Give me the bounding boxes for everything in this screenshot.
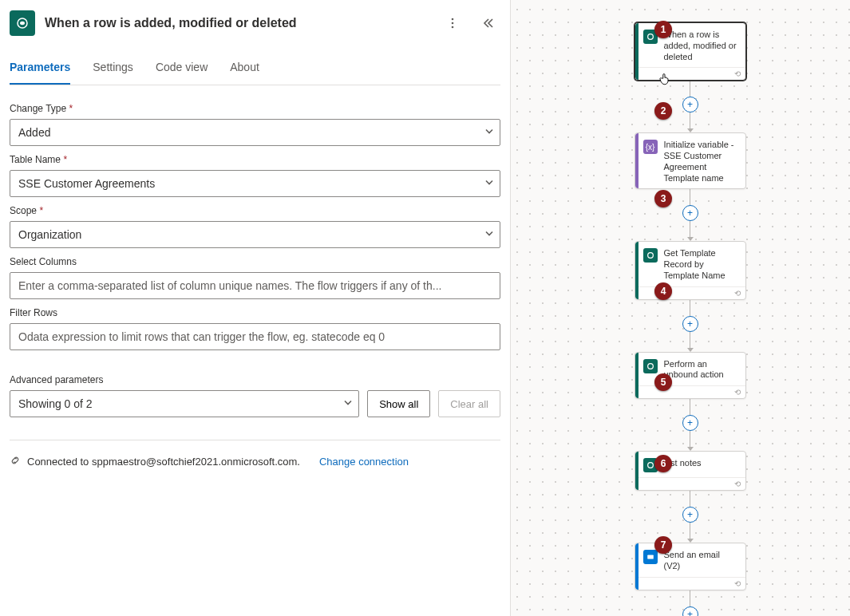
- annotation-badge: 4: [654, 282, 672, 300]
- add-step-button[interactable]: +: [682, 316, 698, 332]
- svg-rect-7: [647, 555, 654, 559]
- flow-node-list-notes[interactable]: List notes ⟲: [635, 451, 746, 491]
- flow-canvas[interactable]: When a row is added, modified or deleted…: [511, 0, 850, 616]
- node-label: Send an email (V2): [664, 550, 739, 572]
- table-name-label: Table Name *: [10, 154, 500, 165]
- outlook-icon: [643, 550, 658, 564]
- svg-point-4: [647, 253, 653, 259]
- add-step-button[interactable]: +: [682, 205, 698, 221]
- annotation-badge: 7: [654, 536, 672, 554]
- collapse-panel-button[interactable]: [475, 10, 500, 36]
- change-connection-link[interactable]: Change connection: [319, 456, 409, 468]
- link-icon: ⟲: [734, 388, 741, 397]
- add-step-button[interactable]: +: [682, 415, 698, 431]
- connection-text: Connected to sppmaestro@softchief2021.on…: [27, 456, 300, 468]
- scope-label: Scope *: [10, 205, 500, 216]
- flow-node-unbound-action[interactable]: Perform an unbound action ⟲: [635, 352, 746, 400]
- flow-node-trigger[interactable]: When a row is added, modified or deleted…: [635, 22, 746, 81]
- config-panel: When a row is added, modified or deleted…: [0, 0, 511, 616]
- panel-title: When a row is added, modified or deleted: [45, 16, 430, 30]
- advanced-select[interactable]: Showing 0 of 2: [10, 390, 359, 417]
- svg-point-0: [452, 18, 454, 21]
- show-all-button[interactable]: Show all: [367, 390, 430, 417]
- link-icon: ⟲: [734, 579, 741, 588]
- link-icon: ⟲: [734, 69, 741, 78]
- clear-all-button: Clear all: [438, 390, 500, 417]
- dataverse-icon: [643, 359, 658, 373]
- select-columns-input[interactable]: [10, 272, 500, 299]
- change-type-label: Change Type *: [10, 103, 500, 114]
- variable-icon: {x}: [643, 140, 658, 154]
- add-step-button[interactable]: +: [682, 507, 698, 523]
- add-step-button[interactable]: +: [682, 97, 698, 113]
- flow-node-init-variable[interactable]: {x} Initialize variable - SSE Customer A…: [635, 132, 746, 189]
- table-name-select[interactable]: SSE Customer Agreements: [10, 170, 500, 197]
- link-icon: [10, 455, 21, 468]
- annotation-badge: 3: [654, 190, 672, 207]
- svg-point-1: [452, 22, 454, 25]
- tab-settings[interactable]: Settings: [93, 53, 133, 85]
- add-step-button[interactable]: +: [682, 606, 698, 617]
- flow-column: When a row is added, modified or deleted…: [611, 22, 770, 616]
- node-label: Perform an unbound action: [664, 359, 739, 381]
- svg-point-3: [647, 34, 653, 40]
- tab-codeview[interactable]: Code view: [156, 53, 208, 85]
- more-menu-button[interactable]: [440, 10, 465, 36]
- node-label: Initialize variable - SSE Customer Agree…: [664, 140, 739, 184]
- filter-rows-input[interactable]: [10, 323, 500, 350]
- dataverse-icon: [10, 10, 35, 36]
- cursor-hand-icon: [658, 72, 672, 86]
- flow-node-get-template[interactable]: Get Template Record by Template Name ⟲: [635, 241, 746, 299]
- node-label: When a row is added, modified or deleted: [664, 30, 739, 62]
- advanced-label: Advanced parameters: [10, 374, 500, 385]
- change-type-select[interactable]: Added: [10, 119, 500, 146]
- dataverse-icon: [643, 248, 658, 263]
- tab-bar: Parameters Settings Code view About: [10, 53, 500, 85]
- svg-point-2: [452, 26, 454, 29]
- link-icon: ⟲: [734, 480, 741, 488]
- svg-point-6: [647, 463, 653, 468]
- annotation-badge: 5: [654, 373, 672, 391]
- node-label: Get Template Record by Template Name: [664, 248, 739, 281]
- select-columns-label: Select Columns: [10, 256, 500, 267]
- annotation-badge: 2: [654, 102, 672, 120]
- filter-rows-label: Filter Rows: [10, 307, 500, 318]
- tab-parameters[interactable]: Parameters: [10, 53, 70, 85]
- connection-info: Connected to sppmaestro@softchief2021.on…: [10, 440, 500, 468]
- advanced-parameters: Advanced parameters Showing 0 of 2 Show …: [10, 371, 500, 417]
- flow-node-send-email[interactable]: Send an email (V2) ⟲: [635, 543, 746, 590]
- annotation-badge: 1: [654, 21, 672, 38]
- link-icon: ⟲: [734, 289, 741, 298]
- annotation-badge: 6: [654, 455, 672, 472]
- scope-select[interactable]: Organization: [10, 221, 500, 248]
- panel-header: When a row is added, modified or deleted: [10, 0, 500, 46]
- tab-about[interactable]: About: [230, 53, 259, 85]
- svg-point-5: [647, 363, 653, 369]
- parameters-form: Change Type * Added Table Name * SSE Cus…: [10, 85, 500, 350]
